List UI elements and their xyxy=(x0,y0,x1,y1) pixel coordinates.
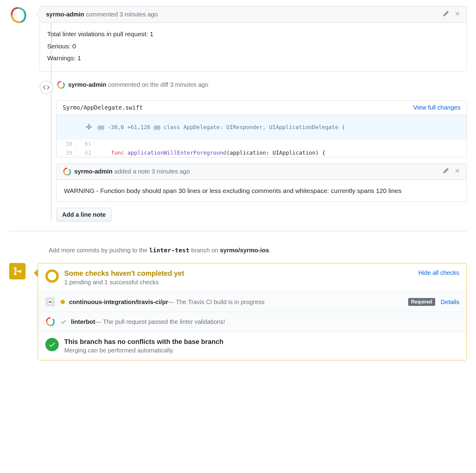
status-pending-dot-icon xyxy=(61,300,65,304)
repo-name: syrmo/syrmo-ios xyxy=(220,247,269,254)
note-meta: added a note 3 minutes ago xyxy=(114,168,190,175)
merge-box: Some checks haven't completed yet 1 pend… xyxy=(38,263,467,360)
check-success-icon xyxy=(61,319,67,325)
conflict-title: This branch has no conflicts with the ba… xyxy=(64,338,223,346)
swirl-logo-icon xyxy=(57,81,65,89)
check-desc: — The pull request passed the linter val… xyxy=(95,318,225,325)
merge-title: Some checks haven't completed yet xyxy=(64,269,184,278)
code-row: 38 61 xyxy=(57,139,467,148)
comment-block: syrmo-admin commented 3 minutes ago Tota… xyxy=(9,6,467,72)
success-circle-icon xyxy=(45,338,59,351)
line-number-old[interactable]: 39 xyxy=(57,148,76,157)
svg-rect-2 xyxy=(49,302,52,303)
avatar[interactable] xyxy=(57,81,65,89)
push-hint: Add more commits by pushing to the linte… xyxy=(49,247,467,254)
travis-avatar xyxy=(45,297,55,307)
check-row: continuous-integration/travis-ci/pr — Th… xyxy=(38,292,467,312)
comment-header: syrmo-admin commented 3 minutes ago xyxy=(40,6,467,23)
avatar[interactable] xyxy=(9,6,27,24)
branch-name: linter-test xyxy=(149,247,189,254)
conflict-row: This branch has no conflicts with the ba… xyxy=(38,331,467,360)
diff-table: @@ -38,6 +61,126 @@ class AppDelegate: U… xyxy=(56,115,467,157)
view-full-changes-link[interactable]: View full changes xyxy=(413,104,460,111)
file-header: Syrmo/AppDelegate.swift View full change… xyxy=(56,100,467,115)
comment-box: syrmo-admin commented 3 minutes ago Tota… xyxy=(40,6,467,72)
comment-meta: commented 3 minutes ago xyxy=(86,11,158,18)
avatar[interactable] xyxy=(63,167,71,176)
code-line xyxy=(95,139,467,148)
close-icon[interactable] xyxy=(454,168,460,175)
merge-header: Some checks haven't completed yet 1 pend… xyxy=(38,263,467,292)
diff-container: Syrmo/AppDelegate.swift View full change… xyxy=(56,100,467,222)
diff-meta: commented on the diff 3 minutes ago xyxy=(108,81,208,88)
comment-author[interactable]: syrmo-admin xyxy=(46,11,84,18)
git-merge-icon xyxy=(9,263,26,279)
hide-all-checks-link[interactable]: Hide all checks xyxy=(418,269,459,276)
line-number-new[interactable]: 62 xyxy=(75,148,95,157)
check-name: linterbot xyxy=(71,318,95,325)
code-line: func applicationWillEnterForeground(appl… xyxy=(95,148,467,157)
swirl-logo-icon xyxy=(63,167,71,176)
merge-subtitle: 1 pending and 1 successful checks xyxy=(64,279,184,286)
code-row: 39 62 func applicationWillEnterForegroun… xyxy=(57,148,467,157)
hunk-header: @@ -38,6 +61,126 @@ class AppDelegate: U… xyxy=(95,115,467,139)
edit-icon[interactable] xyxy=(443,11,449,18)
swirl-logo-icon xyxy=(45,317,55,327)
required-badge: Required xyxy=(408,298,435,306)
close-icon[interactable] xyxy=(454,11,460,18)
comment-line: Warnings: 1 xyxy=(47,53,459,63)
check-desc: — The Travis CI build is in progress xyxy=(168,299,264,306)
divider xyxy=(9,231,467,231)
details-link[interactable]: Details xyxy=(441,299,459,306)
check-row: linterbot — The pull request passed the … xyxy=(38,312,467,331)
edit-icon[interactable] xyxy=(443,168,449,175)
comment-line: Total linter violations in pull request:… xyxy=(47,29,459,39)
linterbot-avatar xyxy=(45,317,55,327)
hunk-row: @@ -38,6 +61,126 @@ class AppDelegate: U… xyxy=(57,115,467,139)
note-box: syrmo-admin added a note 3 minutes ago W… xyxy=(56,163,467,202)
line-number-new[interactable]: 61 xyxy=(75,139,95,148)
diff-author[interactable]: syrmo-admin xyxy=(68,81,107,88)
diff-event: syrmo-admin commented on the diff 3 minu… xyxy=(40,81,467,94)
expand-icon[interactable] xyxy=(57,115,95,139)
conflict-subtitle: Merging can be performed automatically. xyxy=(64,347,223,354)
status-pending-icon xyxy=(45,269,59,283)
add-line-note-button[interactable]: Add a line note xyxy=(56,208,111,222)
note-author[interactable]: syrmo-admin xyxy=(74,168,113,175)
line-number-old[interactable]: 38 xyxy=(57,139,76,148)
comment-line: Serious: 0 xyxy=(47,41,459,51)
check-name: continuous-integration/travis-ci/pr xyxy=(69,299,168,306)
note-header: syrmo-admin added a note 3 minutes ago xyxy=(57,164,467,180)
code-diff-icon xyxy=(40,81,53,94)
swirl-logo-icon xyxy=(9,6,27,24)
note-body: WARNING - Function body should span 30 l… xyxy=(57,180,467,202)
comment-body: Total linter violations in pull request:… xyxy=(40,23,467,71)
merge-block: Some checks haven't completed yet 1 pend… xyxy=(9,263,467,360)
file-path[interactable]: Syrmo/AppDelegate.swift xyxy=(63,104,143,111)
